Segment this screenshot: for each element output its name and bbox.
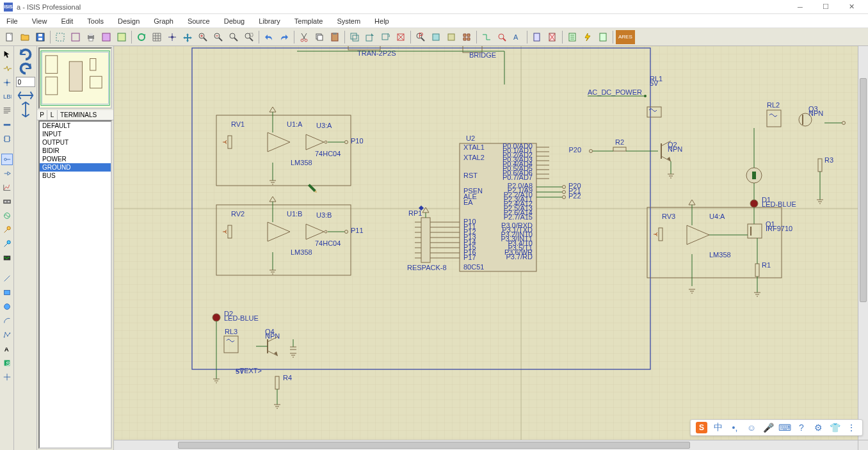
menu-tools[interactable]: Tools: [84, 16, 106, 26]
zoom-in-icon[interactable]: [196, 30, 210, 44]
virtual-instruments-icon[interactable]: [1, 252, 13, 264]
list-item[interactable]: BUS: [40, 172, 111, 180]
zoom-area-icon[interactable]: [242, 30, 256, 44]
electrical-check-icon[interactable]: [581, 30, 595, 44]
new-file-icon[interactable]: [3, 30, 17, 44]
menu-design[interactable]: Design: [115, 16, 142, 26]
ime-emoji-icon[interactable]: ☺: [746, 422, 757, 433]
paste-icon[interactable]: [328, 30, 342, 44]
make-device-icon[interactable]: [429, 30, 443, 44]
library-button[interactable]: L: [47, 110, 58, 120]
open-file-icon[interactable]: [18, 30, 32, 44]
2d-circle-icon[interactable]: [1, 301, 13, 312]
ime-punct-icon[interactable]: •,: [729, 422, 741, 433]
selection-mode-icon[interactable]: [1, 49, 13, 60]
device-pins-icon[interactable]: [1, 168, 13, 179]
bill-of-materials-icon[interactable]: [565, 30, 579, 44]
tape-recorder-icon[interactable]: [1, 196, 13, 207]
ime-toolbar[interactable]: S 中 •, ☺ 🎤 ⌨ ? ⚙ 👕 ⋮: [690, 419, 863, 436]
menu-source[interactable]: Source: [185, 16, 213, 26]
undo-icon[interactable]: [262, 30, 276, 44]
close-button[interactable]: ✕: [839, 0, 864, 14]
zoom-all-icon[interactable]: [227, 30, 241, 44]
ime-keyboard-icon[interactable]: ⌨: [779, 422, 791, 433]
menu-system[interactable]: System: [334, 16, 363, 26]
ime-help-icon[interactable]: ?: [796, 422, 807, 433]
vertical-scrollbar[interactable]: [858, 46, 868, 440]
symbol-icon[interactable]: S: [1, 357, 13, 369]
rotate-ccw-icon[interactable]: [16, 63, 35, 74]
menu-view[interactable]: View: [29, 16, 50, 26]
2d-line-icon[interactable]: [1, 273, 13, 284]
list-item[interactable]: INPUT: [40, 130, 111, 138]
flip-vertical-icon[interactable]: [16, 104, 35, 115]
pan-icon[interactable]: [181, 30, 195, 44]
2d-path-icon[interactable]: [1, 329, 13, 341]
2d-arc-icon[interactable]: [1, 315, 13, 326]
list-item[interactable]: GROUND: [40, 163, 111, 172]
export-region-icon[interactable]: [68, 30, 83, 44]
block-move-icon[interactable]: [363, 30, 377, 44]
set-area-icon[interactable]: [115, 30, 129, 44]
ime-logo-icon[interactable]: S: [696, 422, 707, 433]
menu-debug[interactable]: Debug: [221, 16, 247, 26]
pick-devices-button[interactable]: P: [37, 110, 47, 120]
ime-skin-icon[interactable]: 👕: [829, 422, 840, 433]
list-item[interactable]: OUTPUT: [40, 138, 111, 147]
block-delete-icon[interactable]: [394, 30, 408, 44]
junction-mode-icon[interactable]: [1, 77, 13, 88]
minimize-button[interactable]: ─: [787, 0, 813, 14]
terminals-mode-icon[interactable]: [1, 154, 13, 165]
ime-lang-icon[interactable]: 中: [712, 422, 724, 433]
menu-edit[interactable]: Edit: [58, 16, 76, 26]
object-selector-list[interactable]: DEFAULT INPUT OUTPUT BIDIR POWER GROUND …: [38, 120, 112, 449]
component-mode-icon[interactable]: [1, 63, 13, 74]
current-probe-icon[interactable]: [1, 238, 13, 250]
2d-box-icon[interactable]: [1, 287, 13, 298]
packaging-tool-icon[interactable]: [444, 30, 458, 44]
ares-button[interactable]: ARES: [616, 30, 635, 44]
exclude-from-pcb-icon[interactable]: [545, 30, 559, 44]
menu-help[interactable]: Help: [372, 16, 392, 26]
list-item[interactable]: BIDIR: [40, 147, 111, 155]
block-copy-icon[interactable]: [348, 30, 362, 44]
2d-text-icon[interactable]: A: [1, 343, 13, 355]
save-icon[interactable]: [33, 30, 47, 44]
ime-more-icon[interactable]: ⋮: [846, 422, 857, 433]
pick-tool-icon[interactable]: P: [414, 30, 428, 44]
ime-settings-icon[interactable]: ⚙: [812, 422, 824, 433]
origin-icon[interactable]: [165, 30, 179, 44]
menu-graph[interactable]: Graph: [151, 16, 176, 26]
copy-icon[interactable]: [312, 30, 326, 44]
ime-voice-icon[interactable]: 🎤: [762, 422, 774, 433]
block-rotate-icon[interactable]: [378, 30, 392, 44]
new-sheet-icon[interactable]: [530, 30, 544, 44]
netlist-icon[interactable]: [596, 30, 610, 44]
decompose-icon[interactable]: [460, 30, 474, 44]
menu-library[interactable]: Library: [256, 16, 283, 26]
grid-icon[interactable]: [150, 30, 164, 44]
markers-icon[interactable]: [1, 371, 13, 383]
subcircuit-icon[interactable]: [1, 133, 13, 145]
horizontal-scrollbar[interactable]: [114, 440, 858, 450]
list-item[interactable]: DEFAULT: [40, 122, 111, 130]
voltage-probe-icon[interactable]: [1, 224, 13, 236]
refresh-icon[interactable]: [134, 30, 149, 44]
bus-mode-icon[interactable]: [1, 119, 13, 131]
list-item[interactable]: POWER: [40, 155, 111, 163]
maximize-button[interactable]: ☐: [813, 0, 839, 14]
text-script-icon[interactable]: [1, 105, 13, 117]
cut-icon[interactable]: [297, 30, 311, 44]
generator-mode-icon[interactable]: [1, 210, 13, 221]
graph-mode-icon[interactable]: [1, 182, 13, 193]
print-icon[interactable]: [84, 30, 98, 44]
zoom-out-icon[interactable]: [211, 30, 225, 44]
search-icon[interactable]: [495, 30, 509, 44]
redo-icon[interactable]: [277, 30, 291, 44]
wire-autoroute-icon[interactable]: [479, 30, 494, 44]
menu-file[interactable]: File: [4, 16, 20, 26]
import-region-icon[interactable]: [53, 30, 67, 44]
overview-panel[interactable]: [38, 47, 112, 109]
menu-template[interactable]: Template: [292, 16, 326, 26]
schematic-canvas[interactable]: TRAN-2P2S BRIDGE RL1 5V AC_DC_POWER RV1: [114, 46, 868, 450]
